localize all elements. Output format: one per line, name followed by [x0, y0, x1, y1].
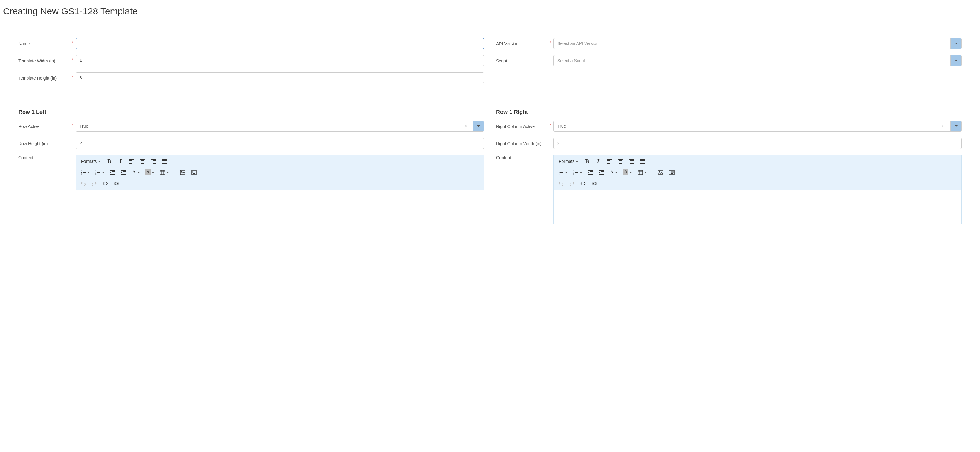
svg-point-2 [81, 174, 82, 174]
svg-point-21 [116, 183, 118, 184]
align-center-icon[interactable] [616, 157, 625, 166]
image-icon[interactable] [178, 168, 187, 177]
keyboard-icon[interactable] [189, 168, 199, 177]
api-version-placeholder: Select an API Version [557, 41, 599, 46]
bullet-list-icon[interactable] [79, 168, 92, 177]
template-height-input[interactable] [76, 72, 484, 83]
svg-rect-29 [658, 170, 663, 174]
svg-rect-20 [193, 173, 195, 174]
row1-right-heading: Row 1 Right [496, 109, 962, 115]
keyboard-icon[interactable] [667, 168, 677, 177]
clear-icon[interactable]: × [463, 123, 469, 129]
svg-point-14 [196, 171, 196, 172]
text-color-icon[interactable]: A [608, 168, 619, 177]
content-label-right: Content [496, 155, 550, 160]
redo-icon[interactable] [568, 179, 577, 188]
svg-point-24 [559, 174, 560, 174]
indent-icon[interactable] [119, 168, 128, 177]
api-version-select[interactable]: Select an API Version [554, 38, 962, 49]
align-right-icon[interactable] [149, 157, 158, 166]
numbered-list-icon[interactable]: 123 [571, 168, 584, 177]
required-marker: * [550, 41, 554, 45]
right-col-active-value: True [557, 124, 566, 129]
svg-text:3: 3 [573, 173, 574, 175]
bullet-list-icon[interactable] [557, 168, 569, 177]
svg-point-17 [194, 172, 194, 173]
right-col-width-label: Right Column Width (in) [496, 141, 550, 146]
formats-dropdown[interactable]: Formats [79, 157, 103, 166]
svg-point-23 [559, 172, 560, 173]
chevron-down-icon[interactable] [950, 38, 961, 49]
name-input[interactable] [76, 38, 484, 49]
required-marker: * [72, 75, 76, 79]
image-icon[interactable] [656, 168, 665, 177]
bold-icon[interactable]: B [582, 157, 592, 166]
clear-icon[interactable]: × [940, 123, 947, 129]
align-right-icon[interactable] [627, 157, 636, 166]
outdent-icon[interactable] [586, 168, 595, 177]
svg-point-1 [81, 172, 82, 173]
undo-icon[interactable] [79, 179, 88, 188]
script-placeholder: Select a Script [557, 58, 585, 63]
align-justify-icon[interactable] [638, 157, 647, 166]
background-color-icon[interactable]: A [621, 168, 634, 177]
right-col-width-input[interactable] [554, 138, 962, 149]
svg-point-41 [673, 172, 674, 173]
text-color-icon[interactable]: A [130, 168, 142, 177]
svg-point-12 [194, 171, 194, 172]
chevron-down-icon[interactable] [950, 56, 961, 66]
row-height-input[interactable] [76, 138, 484, 149]
italic-icon[interactable]: I [593, 157, 603, 166]
content-editor-right: Formats B I 123 [554, 155, 962, 224]
divider [3, 22, 977, 22]
row-height-label: Row Height (in) [18, 141, 72, 146]
svg-rect-42 [671, 173, 673, 174]
indent-icon[interactable] [597, 168, 606, 177]
right-col-active-label: Right Column Active [496, 123, 550, 129]
svg-point-22 [559, 171, 560, 171]
template-width-input[interactable] [76, 55, 484, 66]
bold-icon[interactable]: B [105, 157, 114, 166]
editor-content-right[interactable] [554, 190, 961, 224]
align-left-icon[interactable] [127, 157, 136, 166]
required-marker: * [72, 41, 76, 45]
required-marker: * [72, 124, 76, 127]
svg-point-16 [193, 172, 193, 173]
svg-point-0 [81, 171, 82, 171]
align-left-icon[interactable] [605, 157, 614, 166]
svg-point-35 [672, 171, 673, 172]
formats-dropdown[interactable]: Formats [557, 157, 581, 166]
svg-point-38 [671, 172, 671, 173]
script-label: Script [496, 58, 550, 63]
svg-point-32 [670, 171, 670, 172]
source-code-icon[interactable] [578, 179, 588, 188]
align-justify-icon[interactable] [160, 157, 169, 166]
row-active-select[interactable]: True × [76, 121, 484, 132]
row-active-label: Row Active [18, 123, 72, 129]
template-width-label: Template Width (in) [18, 58, 72, 63]
row1-left-heading: Row 1 Left [18, 109, 484, 115]
chevron-down-icon[interactable] [473, 121, 484, 131]
svg-point-19 [196, 172, 196, 173]
preview-icon[interactable] [112, 179, 121, 188]
required-marker: * [72, 58, 76, 62]
redo-icon[interactable] [90, 179, 99, 188]
preview-icon[interactable] [589, 179, 599, 188]
right-col-active-select[interactable]: True × [554, 121, 962, 132]
svg-point-37 [670, 172, 670, 173]
align-center-icon[interactable] [138, 157, 147, 166]
numbered-list-icon[interactable]: 123 [93, 168, 106, 177]
table-icon[interactable] [158, 168, 171, 177]
svg-point-36 [673, 171, 674, 172]
editor-content-left[interactable] [76, 190, 484, 224]
svg-rect-28 [638, 170, 643, 174]
chevron-down-icon[interactable] [950, 121, 961, 131]
source-code-icon[interactable] [101, 179, 110, 188]
italic-icon[interactable]: I [116, 157, 125, 166]
outdent-icon[interactable] [108, 168, 117, 177]
svg-point-40 [672, 172, 673, 173]
script-select[interactable]: Select a Script [554, 55, 962, 66]
table-icon[interactable] [636, 168, 649, 177]
background-color-icon[interactable]: A [143, 168, 156, 177]
undo-icon[interactable] [557, 179, 566, 188]
